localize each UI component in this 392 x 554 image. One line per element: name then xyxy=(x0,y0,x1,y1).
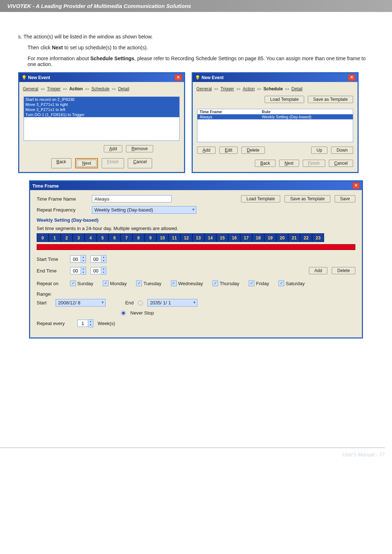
save-as-template-button[interactable]: Save as Template xyxy=(285,195,330,202)
crumb-general[interactable]: General xyxy=(23,86,38,91)
next-button[interactable]: Next xyxy=(279,160,299,167)
range-end-date[interactable]: 2035/ 1/ 1 xyxy=(147,299,197,307)
brand-header: VIVOTEK - A Leading Provider of Multimed… xyxy=(0,0,392,12)
chk-tuesday[interactable]: ✓Tuesday xyxy=(136,280,161,286)
delete-segment-button[interactable]: Delete xyxy=(332,267,355,274)
range-start-date[interactable]: 2008/12/ 8 xyxy=(56,299,106,307)
repeat-frequency-select[interactable]: Weekly Setting (Day-based) xyxy=(92,206,196,214)
chk-friday[interactable]: ✓Friday xyxy=(249,280,269,286)
range-start-label: Start xyxy=(37,300,51,305)
cancel-button[interactable]: Cancel xyxy=(329,160,353,167)
cancel-button[interactable]: Cancel xyxy=(128,158,152,168)
chk-sunday[interactable]: ✓Sunday xyxy=(70,280,93,286)
crumb-schedule: Schedule xyxy=(264,86,283,91)
new-event-action-dialog: 💡 New Event × General>> Trigger>> Action… xyxy=(18,72,185,173)
step-s: s. The action(s) will be listed in the w… xyxy=(18,34,374,40)
time-frame-name-input[interactable]: Always xyxy=(92,195,172,202)
breadcrumb: General>> Trigger>> Action>> Schedule>> … xyxy=(193,82,358,94)
edit-button[interactable]: Edit xyxy=(219,147,238,154)
action-list[interactable]: Start to record on 2_IP8330 Move 3_PZ71x… xyxy=(24,97,180,141)
load-template-button[interactable]: Load Template xyxy=(265,96,304,103)
start-time-mm[interactable]: ▲▼ xyxy=(90,255,106,263)
next-button[interactable]: Next xyxy=(77,160,97,167)
hour-ruler: 0 1 2 3 4 5 6 7 8 9 10 11 12 13 14 15 16… xyxy=(37,233,355,242)
never-stop-label: Never Stop xyxy=(130,310,154,316)
delete-button[interactable]: Delete xyxy=(241,147,265,154)
crumb-trigger[interactable]: Trigger xyxy=(47,86,61,91)
repeat-on-label: Repeat on xyxy=(37,281,66,286)
step-s-schedule-info: For more information about Schedule Sett… xyxy=(28,56,374,67)
page-footer: User's Manual - 77 xyxy=(0,447,392,457)
add-button[interactable]: Add xyxy=(104,145,122,152)
end-date-radio[interactable] xyxy=(138,300,143,305)
add-segment-button[interactable]: Add xyxy=(309,267,327,274)
finish-button: Finish xyxy=(102,158,124,168)
new-event-schedule-dialog: 💡 New Event × General>> Trigger>> Action… xyxy=(192,72,359,173)
back-button[interactable]: Back xyxy=(255,160,275,167)
start-time-label: Start Time xyxy=(37,257,66,262)
time-frame-dialog: Time Frame × Time Frame Name Always Load… xyxy=(29,180,363,338)
weekly-setting-group: Weekly Setting (Day-based) xyxy=(37,217,355,223)
crumb-general[interactable]: General xyxy=(196,86,212,91)
finish-button: Finish xyxy=(303,160,325,167)
start-time-hh[interactable]: ▲▼ xyxy=(70,255,86,263)
crumb-action[interactable]: Action xyxy=(243,86,255,91)
step-s-next: Then click Next to set up schedule(s) to… xyxy=(28,45,374,50)
close-icon[interactable]: × xyxy=(352,182,360,189)
schedule-table[interactable]: Time Frame Rule Always Weekly Setting (D… xyxy=(197,109,353,142)
back-button[interactable]: Back xyxy=(51,158,72,168)
list-item[interactable]: Move 3_PZ71x1 to right xyxy=(24,102,179,107)
end-time-mm[interactable]: ▲▼ xyxy=(90,267,106,275)
chk-thursday[interactable]: ✓Thursday xyxy=(212,280,239,286)
end-time-label: End Time xyxy=(37,268,66,274)
repeat-every-label: Repeat every xyxy=(37,321,73,326)
col-time-frame: Time Frame xyxy=(197,109,260,114)
repeat-every-unit: Week(s) xyxy=(98,321,115,326)
load-template-button[interactable]: Load Template xyxy=(241,195,281,202)
breadcrumb: General>> Trigger>> Action>> Schedule>> … xyxy=(19,82,184,94)
remove-button[interactable]: Remove xyxy=(126,145,153,152)
chk-wednesday[interactable]: ✓Wednesday xyxy=(171,280,203,286)
crumb-action: Action xyxy=(69,86,83,91)
range-label: Range: xyxy=(37,291,355,297)
never-stop-radio[interactable] xyxy=(121,311,126,316)
save-as-template-button[interactable]: Save as Template xyxy=(308,96,353,103)
dialog-title: 💡 New Event xyxy=(195,75,224,80)
time-frame-name-label: Time Frame Name xyxy=(37,196,87,202)
repeat-frequency-label: Repeat Frequency xyxy=(37,207,87,213)
end-time-hh[interactable]: ▲▼ xyxy=(70,267,86,275)
close-icon[interactable]: × xyxy=(175,74,182,81)
range-end-label: End xyxy=(125,300,134,305)
chk-saturday[interactable]: ✓Saturday xyxy=(278,280,305,286)
crumb-schedule[interactable]: Schedule xyxy=(91,86,110,91)
crumb-detail[interactable]: Detail xyxy=(118,86,129,91)
add-button[interactable]: Add xyxy=(197,147,216,154)
list-item[interactable]: Move 3_PZ71x1 to left xyxy=(24,107,179,112)
list-item[interactable]: Turn DO-1 (1_FD8161) to Trigger xyxy=(24,112,179,117)
save-button[interactable]: Save xyxy=(335,195,355,202)
table-row[interactable]: Always Weekly Setting (Day-based) xyxy=(197,114,353,119)
chk-monday[interactable]: ✓Monday xyxy=(103,280,127,286)
dialog-title: Time Frame xyxy=(32,183,59,189)
close-icon[interactable]: × xyxy=(348,74,355,81)
crumb-trigger[interactable]: Trigger xyxy=(220,86,234,91)
repeat-every-value[interactable]: ▲▼ xyxy=(77,319,93,327)
down-button[interactable]: Down xyxy=(331,147,353,154)
up-button[interactable]: Up xyxy=(311,147,327,154)
segments-hint: Set time segments in a 24-hour day. Mult… xyxy=(37,226,355,231)
col-rule: Rule xyxy=(260,109,353,114)
selected-range-bar[interactable] xyxy=(37,244,355,250)
list-item[interactable]: Start to record on 2_IP8330 xyxy=(24,97,179,102)
crumb-detail[interactable]: Detail xyxy=(291,86,303,91)
dialog-title: 💡 New Event xyxy=(21,75,50,80)
